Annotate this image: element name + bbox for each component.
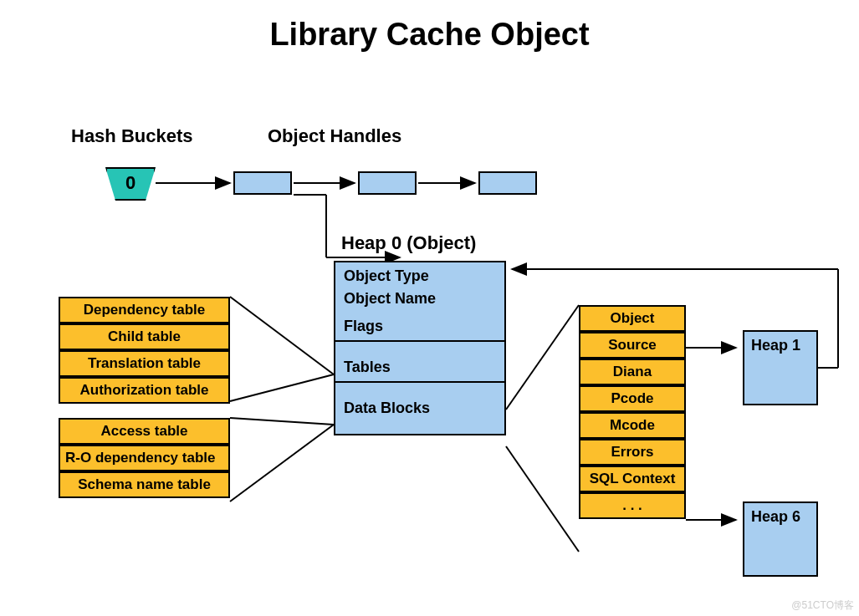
- diagram-title: Library Cache Object: [0, 17, 859, 53]
- heap6-box: Heap 6: [743, 501, 818, 577]
- heap0-label: Heap 0 (Object): [341, 232, 476, 254]
- table-row: Authorization table: [60, 379, 228, 402]
- heap0-object-name: Object Name: [335, 290, 504, 313]
- object-handle-3: [478, 171, 537, 195]
- table-row: Object: [580, 307, 684, 333]
- table-row: Schema name table: [60, 473, 228, 496]
- table-row: SQL Context: [580, 467, 684, 494]
- heap0-flags: Flags: [335, 313, 504, 342]
- table-row: Diana: [580, 360, 684, 387]
- svg-line-10: [230, 425, 334, 501]
- right-blocks-group: Object Source Diana Pcode Mcode Errors S…: [579, 305, 686, 519]
- heap0-object-type: Object Type: [335, 262, 504, 290]
- object-handle-2: [358, 171, 417, 195]
- table-row: . . .: [580, 494, 684, 517]
- hash-bucket-0: 0: [105, 167, 156, 201]
- object-handles-label: Object Handles: [268, 125, 401, 147]
- table-row: Source: [580, 333, 684, 360]
- table-row: Dependency table: [60, 298, 228, 325]
- heap0-tables: Tables: [335, 342, 504, 383]
- svg-line-9: [230, 418, 334, 425]
- left-tables-group-2: Access table R-O dependency table Schema…: [59, 418, 230, 498]
- left-tables-group-1: Dependency table Child table Translation…: [59, 297, 230, 404]
- svg-line-12: [506, 446, 579, 552]
- watermark: @51CTO博客: [791, 598, 854, 613]
- svg-line-7: [230, 297, 334, 374]
- object-handle-1: [233, 171, 292, 195]
- table-row: Errors: [580, 440, 684, 467]
- table-row: R-O dependency table: [60, 446, 228, 473]
- table-row: Pcode: [580, 387, 684, 414]
- heap1-box: Heap 1: [743, 330, 818, 405]
- svg-line-8: [230, 374, 334, 401]
- table-row: Mcode: [580, 414, 684, 440]
- svg-line-11: [506, 305, 579, 410]
- hash-buckets-label: Hash Buckets: [71, 125, 193, 147]
- table-row: Child table: [60, 325, 228, 352]
- table-row: Translation table: [60, 352, 228, 379]
- heap0-box: Object Type Object Name Flags Tables Dat…: [334, 261, 506, 435]
- table-row: Access table: [60, 420, 228, 446]
- heap0-data-blocks: Data Blocks: [335, 383, 504, 434]
